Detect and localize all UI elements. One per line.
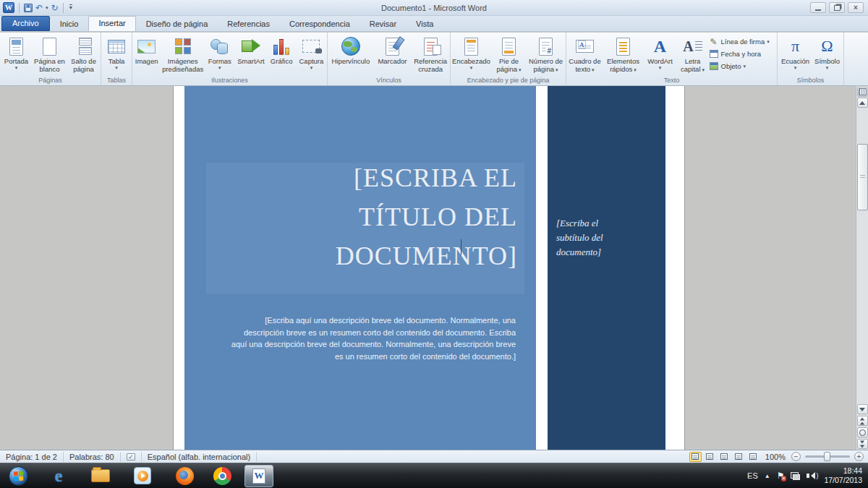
- objeto-button[interactable]: Objeto: [709, 61, 777, 72]
- document-subtitle-placeholder[interactable]: [Escriba el subtítulo del documento]: [556, 216, 643, 260]
- select-browse-object-button[interactable]: [857, 427, 868, 437]
- smartart-icon: [242, 38, 260, 54]
- scroll-up-button[interactable]: [857, 98, 868, 108]
- chrome-icon[interactable]: [208, 465, 236, 487]
- imagen-button[interactable]: Imagen: [132, 34, 161, 76]
- formas-button[interactable]: Formas: [205, 34, 234, 76]
- zoom-level[interactable]: 100%: [765, 453, 786, 461]
- tabla-button[interactable]: Tabla: [102, 34, 131, 76]
- tab-diseno-de-pagina[interactable]: Diseño de página: [137, 17, 218, 31]
- linea-de-firma-button[interactable]: ✎ Línea de firma: [709, 36, 777, 47]
- tab-referencias[interactable]: Referencias: [218, 17, 279, 31]
- tab-archivo[interactable]: Archivo: [1, 16, 50, 31]
- document-title-placeholder[interactable]: [ESCRIBA EL TÍTULO DEL DOCUMENTO]: [199, 158, 517, 275]
- text-box-icon: [576, 40, 594, 53]
- document-page[interactable]: [ESCRIBA EL TÍTULO DEL DOCUMENTO] [Escri…: [174, 86, 684, 450]
- tray-expand-icon[interactable]: ▲: [765, 473, 770, 479]
- outline-view-button[interactable]: [733, 452, 745, 462]
- start-button[interactable]: [4, 465, 32, 487]
- zoom-slider-thumb[interactable]: [824, 452, 830, 461]
- referencia-cruzada-button[interactable]: Referencia cruzada: [411, 34, 450, 76]
- tray-clock[interactable]: 18:44 17/07/2013: [824, 466, 862, 485]
- fecha-y-hora-button[interactable]: Fecha y hora: [709, 48, 777, 59]
- encabezado-button[interactable]: Encabezado: [451, 34, 492, 76]
- wordart-icon: A: [654, 37, 666, 56]
- group-label-encabezado: Encabezado y pie de página: [451, 77, 566, 85]
- tab-vista[interactable]: Vista: [407, 17, 443, 31]
- date-time-icon: [710, 50, 718, 58]
- network-icon[interactable]: [791, 472, 800, 480]
- scrollbar-thumb[interactable]: [857, 144, 868, 210]
- header-icon: [464, 38, 478, 56]
- word-count-indicator[interactable]: Palabras: 80: [64, 452, 121, 462]
- firefox-icon[interactable]: [171, 465, 198, 487]
- cross-reference-icon: [424, 38, 438, 56]
- zoom-slider[interactable]: [805, 455, 850, 458]
- tab-inicio[interactable]: Inicio: [51, 17, 88, 31]
- page-break-icon: [76, 38, 92, 55]
- scroll-down-button[interactable]: [857, 404, 868, 414]
- ribbon: Portada Página en blanco Salto de página…: [0, 33, 868, 86]
- print-layout-view-button[interactable]: [689, 452, 702, 462]
- group-encabezado: Encabezado Pie de página Número de págin…: [451, 33, 566, 85]
- action-center-icon[interactable]: ⚑: [777, 471, 785, 481]
- zoom-out-button[interactable]: −: [791, 452, 801, 461]
- tab-correspondencia[interactable]: Correspondencia: [280, 17, 359, 31]
- salto-de-pagina-button[interactable]: Salto de página: [67, 34, 101, 76]
- internet-explorer-icon[interactable]: e: [45, 465, 72, 487]
- cover-main-panel: [ESCRIBA EL TÍTULO DEL DOCUMENTO] [Escri…: [184, 86, 536, 450]
- zoom-in-button[interactable]: +: [854, 452, 864, 461]
- file-explorer-icon[interactable]: [87, 465, 114, 487]
- previous-page-button[interactable]: [857, 416, 868, 426]
- letra-capital-button[interactable]: A Letra capital: [677, 34, 709, 76]
- captura-button[interactable]: Captura: [296, 34, 327, 76]
- document-description-placeholder[interactable]: [Escriba aquí una descripción breve del …: [226, 314, 516, 362]
- title-bar: W ↶▾ ↻ ▾ Documento1 - Microsoft Word ×: [0, 0, 868, 16]
- ecuacion-button[interactable]: π Ecuación: [779, 34, 812, 76]
- restore-button[interactable]: [829, 2, 845, 13]
- pie-de-pagina-button[interactable]: Pie de página: [492, 34, 527, 76]
- spellcheck-icon: ✓: [127, 453, 135, 461]
- page-count-indicator[interactable]: Página: 1 de 2: [0, 452, 64, 462]
- cuadro-de-texto-button[interactable]: Cuadro de texto: [567, 34, 603, 76]
- hyperlink-globe-icon: [341, 37, 360, 56]
- group-label-texto: Texto: [566, 77, 777, 85]
- spellcheck-indicator[interactable]: ✓: [121, 452, 142, 462]
- page-number-icon: [539, 38, 553, 56]
- elementos-rapidos-button[interactable]: Elementos rápidos: [603, 34, 644, 76]
- web-layout-view-button[interactable]: [718, 452, 731, 462]
- smartart-button[interactable]: SmartArt: [234, 34, 267, 76]
- media-player-icon[interactable]: [129, 465, 156, 487]
- minimize-button[interactable]: [810, 2, 826, 13]
- signature-line-icon: ✎: [709, 37, 719, 46]
- next-page-button[interactable]: [857, 439, 868, 449]
- draft-view-button[interactable]: [747, 452, 760, 462]
- language-indicator[interactable]: Español (alfab. internacional): [142, 452, 257, 462]
- imagenes-predisenadas-button[interactable]: Imágenes prediseñadas: [161, 34, 205, 76]
- word-document-icon: W: [252, 468, 265, 484]
- word-taskbar-button[interactable]: W: [244, 465, 273, 487]
- tab-insertar[interactable]: Insertar: [88, 16, 135, 31]
- wordart-button[interactable]: A WordArt: [644, 34, 677, 76]
- pagina-en-blanco-button[interactable]: Página en blanco: [33, 34, 67, 76]
- fullscreen-reading-view-button[interactable]: [704, 452, 716, 462]
- grafico-button[interactable]: Gráfico: [268, 34, 296, 76]
- group-label-ilustraciones: Ilustraciones: [132, 77, 327, 85]
- ribbon-tab-bar: Archivo Inicio Insertar Diseño de página…: [0, 16, 868, 32]
- cover-page-icon: [9, 38, 23, 56]
- window-title: Documento1 - Microsoft Word: [0, 4, 868, 12]
- ruler-toggle-button[interactable]: [857, 87, 868, 97]
- close-button[interactable]: ×: [848, 2, 864, 13]
- group-label-simbolos: Símbolos: [778, 77, 843, 85]
- vertical-scrollbar[interactable]: [856, 86, 868, 450]
- tab-revisar[interactable]: Revisar: [360, 17, 406, 31]
- bookmark-icon: [386, 38, 399, 56]
- marcador-button[interactable]: Marcador: [374, 34, 412, 76]
- portada-button[interactable]: Portada: [1, 34, 33, 76]
- numero-de-pagina-button[interactable]: Número de página: [527, 34, 566, 76]
- hipervinculo-button[interactable]: Hipervínculo: [328, 34, 374, 76]
- volume-icon[interactable]: ): [807, 472, 817, 479]
- simbolo-button[interactable]: Ω Símbolo: [812, 34, 843, 76]
- language-switcher[interactable]: ES: [747, 471, 758, 480]
- texto-small-buttons: ✎ Línea de firma Fecha y hora Objeto: [709, 34, 777, 72]
